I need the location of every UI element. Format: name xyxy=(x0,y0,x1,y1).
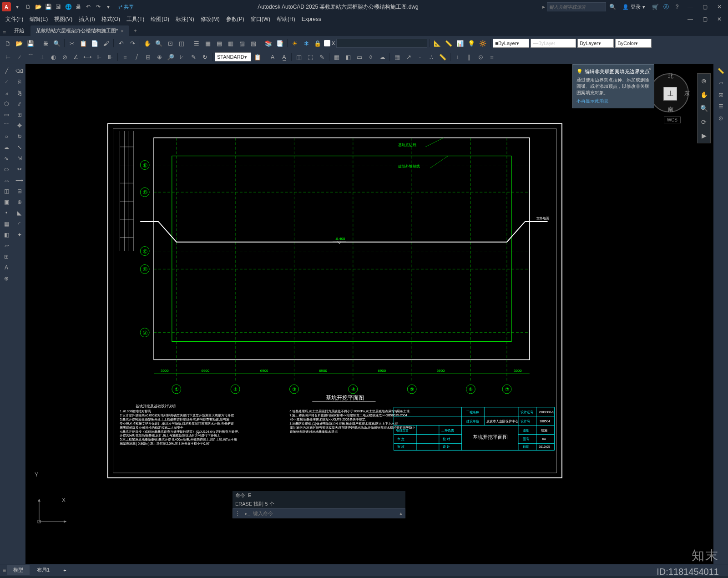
undo2-icon[interactable]: ↶ xyxy=(116,38,126,48)
polygon-icon[interactable]: ⬡ xyxy=(1,99,11,109)
grad2-icon[interactable]: ◧ xyxy=(1,230,11,240)
layout-menu-icon[interactable]: ≡ xyxy=(3,567,6,573)
save-icon[interactable]: 💾 xyxy=(44,2,53,11)
mtext-icon[interactable]: A xyxy=(268,52,278,62)
maximize-button[interactable]: ▢ xyxy=(698,2,712,11)
addsel-icon[interactable]: ⊕ xyxy=(1,274,11,284)
plot-icon[interactable]: 🖶 xyxy=(74,2,83,11)
gradient-icon[interactable]: ◧ xyxy=(343,52,353,62)
viewcube-south[interactable]: 南 xyxy=(668,106,673,113)
jog-icon[interactable]: ⟀ xyxy=(177,52,187,62)
web-icon[interactable]: 🌐 xyxy=(64,2,73,11)
menu-help[interactable]: 帮助(H) xyxy=(274,15,298,24)
layer-iso-icon[interactable]: 📊 xyxy=(455,38,465,48)
navwheel-icon[interactable]: ⊚ xyxy=(698,76,709,86)
layer-dropdown[interactable] xyxy=(336,39,427,48)
saveas-icon[interactable]: 🖫 xyxy=(54,2,63,11)
text-icon[interactable]: A̲ xyxy=(279,52,289,62)
offset-icon[interactable]: ⫽ xyxy=(15,99,25,109)
meas-icon[interactable]: 📏 xyxy=(438,52,448,62)
menu-draw[interactable]: 绘图(D) xyxy=(148,15,172,24)
constr1-icon[interactable]: ⟂ xyxy=(453,52,463,62)
showmotion-icon[interactable]: ▶ xyxy=(698,130,709,141)
revcloud2-icon[interactable]: ☁ xyxy=(1,142,11,152)
mass-icon[interactable]: ⚖ xyxy=(716,90,726,100)
command-input[interactable] xyxy=(253,511,397,516)
command-handle-icon[interactable]: ⋮ xyxy=(233,510,242,517)
point-icon[interactable]: • xyxy=(1,208,11,218)
share-button[interactable]: ⇄ 共享 xyxy=(118,4,134,10)
lineweight-dropdown[interactable]: — ByLayer xyxy=(531,39,576,48)
tooltip-dismiss-link[interactable]: 不再显示此消息 xyxy=(576,98,608,104)
zoom-ext-icon[interactable]: ⊡ xyxy=(165,38,175,48)
lock-icon[interactable]: 🔒 xyxy=(313,38,323,48)
circle-icon[interactable]: ○ xyxy=(1,132,11,142)
menu-format[interactable]: 格式(O) xyxy=(99,15,123,24)
plotstyle-dropdown[interactable]: ByColor ▾ xyxy=(615,39,652,48)
dim-break-icon[interactable]: ⧸ xyxy=(131,52,142,62)
constr3-icon[interactable]: ⊙ xyxy=(475,52,485,62)
login-button[interactable]: 👤登录▾ xyxy=(622,4,645,10)
dim-linear-icon[interactable]: ⊢ xyxy=(3,52,13,62)
qat-dropdown-icon[interactable]: ▾ xyxy=(104,2,113,11)
dist-icon[interactable]: 📏 xyxy=(716,66,726,76)
tooltip-close-icon[interactable]: × xyxy=(648,66,651,71)
save-doc-icon[interactable]: 💾 xyxy=(25,38,35,48)
viewcube-top[interactable]: 上 xyxy=(663,87,677,101)
tool-pal-icon[interactable]: ▤ xyxy=(214,38,224,48)
region2-icon[interactable]: ▱ xyxy=(1,241,11,251)
markup-icon[interactable]: ▨ xyxy=(237,38,247,48)
list-icon[interactable]: ☰ xyxy=(716,101,726,112)
scale-icon[interactable]: ⤡ xyxy=(15,142,25,152)
open-doc-icon[interactable]: 📂 xyxy=(14,38,24,48)
tab-start[interactable]: 开始 xyxy=(9,25,30,36)
dim-rad-icon[interactable]: ◐ xyxy=(48,52,58,62)
redo2-icon[interactable]: ↷ xyxy=(127,38,137,48)
cut-icon[interactable]: ✂ xyxy=(67,38,77,48)
wipeout-icon[interactable]: ◊ xyxy=(366,52,376,62)
dim-dia-icon[interactable]: ⊘ xyxy=(60,52,70,62)
match-icon[interactable]: 🖌 xyxy=(101,38,111,48)
revcloud-icon[interactable]: ☁ xyxy=(377,52,387,62)
redo-icon[interactable]: ↷ xyxy=(94,2,103,11)
constr4-icon[interactable]: ≡ xyxy=(487,52,497,62)
freeze-icon[interactable]: ❄ xyxy=(301,38,311,48)
doc-restore-button[interactable]: ▢ xyxy=(698,15,712,24)
app-icon[interactable]: A xyxy=(2,2,11,11)
undo-icon[interactable]: ↶ xyxy=(84,2,93,11)
tab-model[interactable]: 模型 xyxy=(7,565,30,575)
pt-icon[interactable]: · xyxy=(415,52,425,62)
menu-modify[interactable]: 修改(M) xyxy=(198,15,222,24)
chamfer-icon[interactable]: ◣ xyxy=(15,208,25,218)
minimize-button[interactable]: — xyxy=(683,2,697,11)
rect-icon[interactable]: ▭ xyxy=(1,110,11,120)
ellarc-icon[interactable]: ⌓ xyxy=(1,175,11,185)
mleader-icon[interactable]: ↗ xyxy=(404,52,414,62)
menu-edit[interactable]: 编辑(E) xyxy=(27,15,51,24)
insert2-icon[interactable]: ◫ xyxy=(1,186,11,196)
qcalc-icon[interactable]: ▧ xyxy=(248,38,258,48)
tab-add-layout[interactable]: + xyxy=(57,566,72,575)
break-icon[interactable]: ⊟ xyxy=(15,186,25,196)
layer-off-icon[interactable]: 💡 xyxy=(466,38,476,48)
insert-icon[interactable]: ⬚ xyxy=(305,52,315,62)
menu-parametric[interactable]: 参数(P) xyxy=(223,15,247,24)
move-icon[interactable]: ✥ xyxy=(15,121,25,131)
dimstyle-mgr-icon[interactable]: 📋 xyxy=(253,52,263,62)
update-icon[interactable]: ↻ xyxy=(200,52,210,62)
layer-props-icon[interactable]: 📚 xyxy=(263,38,273,48)
dim-aligned-icon[interactable]: ⟋ xyxy=(14,52,24,62)
dim-ang-icon[interactable]: ∠ xyxy=(71,52,81,62)
menu-insert[interactable]: 插入(I) xyxy=(76,15,97,24)
trim-icon[interactable]: ✂ xyxy=(15,164,25,174)
tab-layout1[interactable]: 布局1 xyxy=(30,565,56,575)
dim-ord-icon[interactable]: ⊥ xyxy=(37,52,47,62)
menu-tools[interactable]: 工具(T) xyxy=(124,15,147,24)
help-icon[interactable]: ? xyxy=(672,2,682,11)
ellipse-icon[interactable]: ⬭ xyxy=(1,164,11,174)
sun-icon[interactable]: ☀ xyxy=(290,38,300,48)
tab-add-button[interactable]: + xyxy=(130,26,141,36)
pan-icon[interactable]: ✋ xyxy=(142,38,152,48)
zoom2-icon[interactable]: 🔍 xyxy=(698,103,709,114)
search-input[interactable] xyxy=(547,2,606,11)
